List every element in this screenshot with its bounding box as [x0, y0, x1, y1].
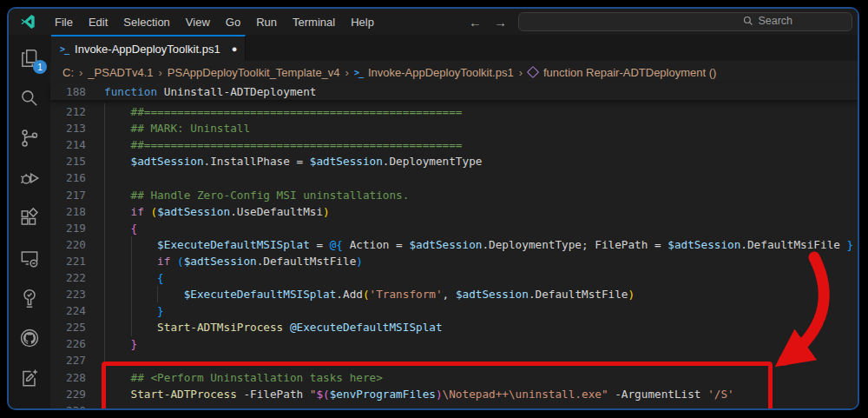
breadcrumb-segment[interactable]: function Repair-ADTDeployment (): [543, 66, 716, 79]
code-line-214[interactable]: 214 ##==================================…: [50, 136, 858, 153]
code-line-224[interactable]: 224 }: [50, 302, 858, 319]
explorer-badge: 1: [33, 60, 47, 74]
line-number: 214: [50, 138, 86, 151]
line-number: 218: [50, 205, 86, 218]
nav-back-button[interactable]: ←: [469, 15, 482, 30]
code-line-216[interactable]: 216: [50, 169, 858, 186]
code-line-213[interactable]: 213 ## MARK: Uninstall: [50, 120, 858, 136]
line-number: 226: [50, 337, 86, 350]
line-number: 225: [50, 321, 86, 334]
code-lines: 212 ##==================================…: [50, 103, 858, 408]
breadcrumb-segment[interactable]: PSAppDeployToolkit_Template_v4: [168, 66, 340, 79]
breadcrumb-separator: ›: [159, 66, 162, 79]
line-number: 217: [50, 189, 86, 202]
menu-bar: FileEditSelectionViewGoRunTerminalHelp: [47, 13, 382, 31]
modified-dot-icon: ●: [232, 43, 238, 54]
powershell-file-icon: >_: [60, 44, 69, 54]
search-icon: [743, 16, 753, 26]
code-line-221[interactable]: 221 if ($adtSession.DefaultMstFile): [50, 253, 858, 269]
line-number: 222: [50, 271, 86, 284]
code-line-227[interactable]: 227: [50, 352, 858, 368]
tab-invoke-appdeploytoolkit[interactable]: >_ Invoke-AppDeployToolkit.ps1 ●: [51, 35, 246, 61]
code-line-228[interactable]: 228 ## <Perform Uninstallation tasks her…: [50, 369, 858, 386]
sticky-line-number: 188: [50, 85, 86, 98]
line-number: 223: [50, 288, 86, 301]
tab-bar: >_ Invoke-AppDeployToolkit.ps1 ●: [50, 35, 858, 61]
code-line-219[interactable]: 219 {: [50, 220, 858, 236]
search-placeholder: Search: [758, 15, 792, 27]
source-control-icon[interactable]: [16, 126, 43, 149]
vscode-logo-icon: [19, 13, 36, 30]
line-content: $adtSession.InstallPhase = $adtSession.D…: [86, 155, 482, 168]
line-content: $ExecuteDefaultMSISplat.Add('Transform',…: [86, 288, 635, 301]
vscode-window: FileEditSelectionViewGoRunTerminalHelp ←…: [7, 7, 859, 410]
menu-run[interactable]: Run: [248, 13, 285, 31]
line-content: ## <Perform Uninstallation tasks here>: [86, 371, 383, 384]
code-line-223[interactable]: 223 $ExecuteDefaultMSISplat.Add('Transfo…: [50, 286, 858, 302]
code-line-225[interactable]: 225 Start-ADTMsiProcess @ExecuteDefaultM…: [50, 319, 858, 335]
line-content: ## MARK: Uninstall: [86, 122, 250, 135]
line-content: ## Handle Zero-Config MSI uninstallation…: [86, 189, 409, 202]
menu-selection[interactable]: Selection: [115, 13, 177, 31]
run-and-debug-icon[interactable]: [16, 166, 43, 189]
menu-help[interactable]: Help: [343, 13, 382, 31]
title-bar: FileEditSelectionViewGoRunTerminalHelp ←…: [9, 9, 858, 35]
code-line-212[interactable]: 212 ##==================================…: [50, 103, 858, 120]
line-content: }: [86, 337, 137, 350]
github-icon[interactable]: [16, 326, 43, 349]
code-line-218[interactable]: 218 if ($adtSession.UseDefaultMsi): [50, 203, 858, 220]
line-number: 230: [50, 404, 86, 408]
line-content: {: [86, 222, 137, 235]
menu-terminal[interactable]: Terminal: [285, 13, 343, 31]
line-content: Start-ADTMsiProcess @ExecuteDefaultMSISp…: [86, 321, 443, 334]
menu-go[interactable]: Go: [218, 13, 248, 31]
tab-label: Invoke-AppDeployToolkit.ps1: [75, 43, 220, 56]
line-number: 212: [50, 105, 86, 118]
explorer-icon[interactable]: 1: [16, 46, 43, 70]
line-content: ##======================================…: [86, 138, 463, 151]
breadcrumb-segment[interactable]: Invoke-AppDeployToolkit.ps1: [368, 66, 514, 79]
symbol-method-icon: [527, 66, 539, 78]
line-number: 219: [50, 222, 86, 235]
line-content: if ($adtSession.DefaultMstFile): [86, 255, 363, 268]
menu-file[interactable]: File: [47, 13, 81, 31]
code-line-220[interactable]: 220 $ExecuteDefaultMSISplat = @{ Action …: [50, 236, 858, 253]
breadcrumb-separator: ›: [79, 66, 82, 79]
line-content: $ExecuteDefaultMSISplat = @{ Action = $a…: [86, 238, 853, 251]
line-number: 216: [50, 171, 86, 184]
line-number: 228: [50, 371, 86, 384]
breadcrumb-separator: ›: [519, 66, 523, 79]
code-line-229[interactable]: 229 Start-ADTProcess -FilePath "$($envPr…: [50, 386, 858, 402]
menu-edit[interactable]: Edit: [81, 13, 115, 31]
breadcrumb-separator: ›: [345, 66, 349, 79]
copilot-edits-icon[interactable]: [16, 366, 43, 389]
code-line-230[interactable]: 230: [50, 402, 858, 408]
menu-view[interactable]: View: [178, 13, 218, 31]
breadcrumb-segment[interactable]: C:: [62, 66, 74, 79]
breadcrumb[interactable]: C:›_PSADTv4.1›PSAppDeployToolkit_Templat…: [50, 61, 858, 83]
remote-explorer-icon[interactable]: [16, 246, 43, 269]
sticky-line-code: function Uninstall-ADTDeployment: [86, 85, 316, 98]
testing-tree-icon[interactable]: [16, 286, 43, 309]
sticky-scroll-line[interactable]: 188 function Uninstall-ADTDeployment: [50, 83, 858, 100]
code-line-222[interactable]: 222 {: [50, 269, 858, 286]
code-line-226[interactable]: 226 }: [50, 335, 858, 352]
extensions-icon[interactable]: [16, 206, 43, 229]
line-number: 213: [50, 122, 86, 135]
line-number: 227: [50, 354, 86, 367]
line-content: ##======================================…: [86, 105, 463, 118]
line-number: 220: [50, 238, 86, 251]
powershell-file-icon: >_: [354, 68, 363, 77]
nav-forward-button[interactable]: →: [494, 15, 507, 30]
line-number: 229: [50, 388, 86, 401]
search-sidebar-icon[interactable]: [16, 86, 43, 109]
breadcrumb-segment[interactable]: _PSADTv4.1: [88, 66, 153, 79]
line-number: 221: [50, 255, 86, 268]
line-content: {: [86, 271, 164, 284]
code-line-217[interactable]: 217 ## Handle Zero-Config MSI uninstalla…: [50, 186, 858, 202]
code-editor[interactable]: 212 ##==================================…: [50, 102, 858, 408]
command-center-search[interactable]: Search: [518, 12, 852, 31]
line-number: 215: [50, 155, 86, 168]
line-content: Start-ADTProcess -FilePath "$($envProgra…: [86, 388, 734, 401]
code-line-215[interactable]: 215 $adtSession.InstallPhase = $adtSessi…: [50, 153, 858, 169]
